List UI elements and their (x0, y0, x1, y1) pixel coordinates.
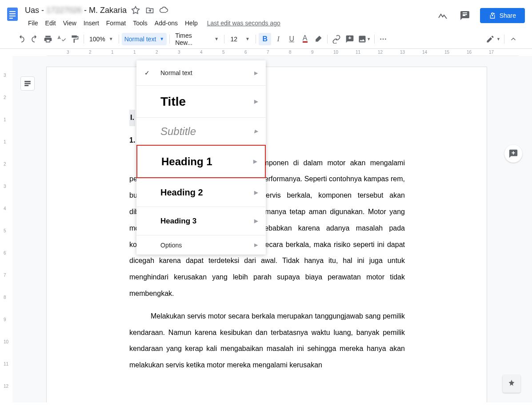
chevron-right-icon: ▶ (254, 242, 258, 248)
style-option-title[interactable]: Title ▶ (136, 85, 266, 117)
font-select[interactable]: Times New...▼ (172, 33, 221, 45)
menu-help[interactable]: Help (182, 18, 201, 28)
style-option-heading3[interactable]: Heading 3 ▶ (136, 207, 266, 235)
style-option-heading2[interactable]: Heading 2 ▶ (136, 178, 266, 207)
chevron-right-icon: ▶ (253, 159, 257, 164)
toolbar: 100%▼ Normal text▼ Times New...▼ 12▼ B I… (0, 29, 532, 49)
comments-icon[interactable] (458, 8, 472, 23)
svg-rect-7 (348, 37, 352, 38)
check-icon: ✓ (144, 69, 150, 76)
menu-file[interactable]: File (25, 18, 41, 28)
cloud-status-icon[interactable] (159, 5, 169, 16)
menu-view[interactable]: View (60, 18, 80, 28)
style-option-subtitle[interactable]: Subtitle ▶ (136, 117, 266, 145)
subsection-number: 1. (129, 136, 135, 144)
svg-rect-4 (9, 18, 13, 19)
move-icon[interactable] (144, 5, 155, 16)
style-option-normal[interactable]: ✓ Normal text ▶ (136, 60, 266, 85)
text-color-button[interactable]: A (299, 33, 311, 45)
chevron-right-icon: ▶ (254, 190, 258, 195)
explore-button[interactable] (503, 375, 520, 393)
horizontal-ruler[interactable]: 43211234567891011121314151617 (47, 49, 519, 56)
spellcheck-button[interactable] (55, 33, 68, 45)
menu-addons[interactable]: Add-ons (152, 18, 181, 28)
add-comment-side-button[interactable] (504, 145, 522, 163)
svg-rect-8 (25, 81, 30, 82)
chevron-right-icon: ▶ (254, 99, 258, 104)
undo-button[interactable] (15, 33, 28, 45)
svg-rect-3 (9, 16, 16, 16)
document-canvas: I. 1. a, komponen di dalam motor akan me… (12, 56, 532, 402)
last-edit-link[interactable]: Last edit was seconds ago (207, 20, 280, 27)
chevron-right-icon: ▶ (254, 218, 258, 224)
insert-image-button[interactable]: ▼ (357, 33, 372, 45)
header: Uas - 17227026 - M. Zakaria File Edit Vi… (0, 0, 532, 29)
menu-tools[interactable]: Tools (130, 18, 151, 28)
paragraph-2: Melakukan servis motor secara berkala me… (129, 308, 405, 374)
outline-toggle-button[interactable] (20, 76, 35, 91)
paint-format-button[interactable] (68, 33, 81, 45)
collapse-toolbar-button[interactable] (507, 33, 520, 45)
star-icon[interactable] (130, 5, 141, 16)
chevron-right-icon: ▶ (254, 128, 258, 134)
more-button[interactable]: ⋯ (377, 33, 390, 45)
svg-rect-1 (9, 11, 16, 12)
bold-button[interactable]: B (259, 33, 271, 45)
font-size-select[interactable]: 12▼ (227, 33, 253, 45)
paragraph-style-dropdown: ✓ Normal text ▶ Title ▶ Subtitle ▶ Headi… (136, 60, 266, 255)
svg-rect-12 (512, 152, 515, 153)
menu-bar: File Edit View Insert Format Tools Add-o… (25, 17, 436, 29)
print-button[interactable] (42, 33, 54, 45)
svg-rect-10 (25, 85, 28, 86)
vertical-ruler[interactable]: 321123456789101112 (0, 64, 12, 410)
svg-rect-2 (9, 13, 16, 14)
document-page[interactable]: I. 1. a, komponen di dalam motor akan me… (46, 67, 487, 402)
menu-format[interactable]: Format (103, 18, 129, 28)
insert-comment-button[interactable] (344, 33, 356, 45)
docs-logo[interactable] (4, 5, 21, 23)
menu-insert[interactable]: Insert (80, 18, 102, 28)
paragraph-style-select[interactable]: Normal text▼ (122, 33, 167, 45)
section-number: I. (129, 110, 135, 126)
style-option-options[interactable]: Options ▶ (136, 235, 266, 255)
redo-button[interactable] (28, 33, 41, 45)
underline-button[interactable]: U (285, 33, 298, 45)
insert-link-button[interactable] (330, 33, 343, 45)
highlight-button[interactable] (312, 33, 324, 45)
style-option-heading1[interactable]: Heading 1 ▶ (136, 145, 266, 178)
editing-mode-button[interactable]: ▼ (485, 33, 501, 45)
svg-rect-9 (25, 83, 30, 84)
chevron-right-icon: ▶ (254, 70, 258, 76)
menu-edit[interactable]: Edit (42, 18, 59, 28)
share-button[interactable]: Share (480, 8, 525, 23)
activity-icon[interactable] (436, 8, 450, 23)
svg-rect-5 (492, 15, 493, 16)
document-title[interactable]: Uas - 17227026 - M. Zakaria (25, 6, 127, 15)
italic-button[interactable]: I (272, 33, 284, 45)
zoom-select[interactable]: 100%▼ (87, 33, 116, 45)
